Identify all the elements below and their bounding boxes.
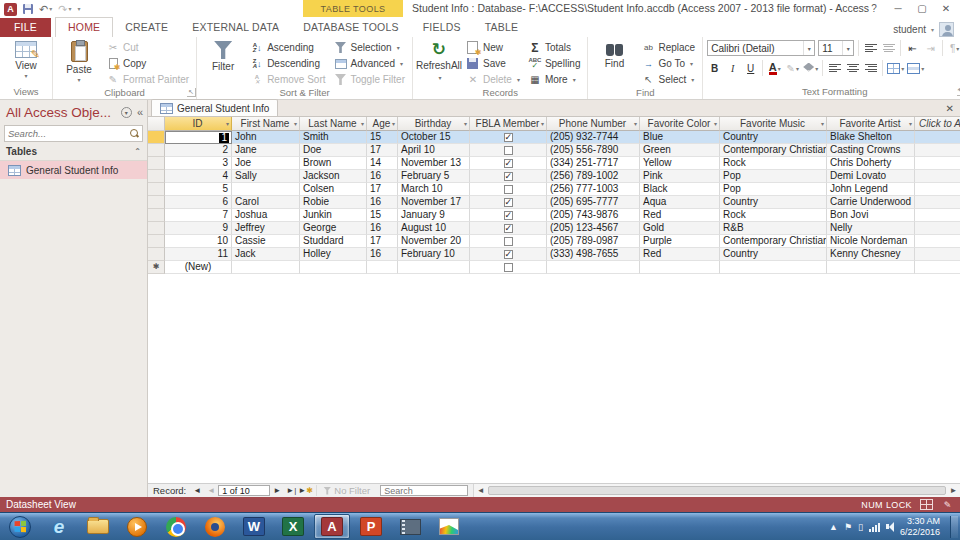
font-name-combo[interactable]: Calibri (Detail)▾ (707, 40, 815, 56)
cell-last[interactable]: Holley (300, 248, 367, 261)
cell-color[interactable]: Black (640, 183, 720, 196)
cut-button[interactable]: ✂Cut (103, 40, 192, 55)
cell-add-column[interactable] (915, 131, 960, 144)
column-header-age[interactable]: Age▾ (367, 117, 398, 131)
copy-button[interactable]: Copy (103, 56, 192, 71)
cell-id[interactable]: 9 (165, 222, 232, 235)
column-header-favorite-music[interactable]: Favorite Music▾ (720, 117, 827, 131)
cell-add-column[interactable] (915, 248, 960, 261)
fbla-checkbox[interactable] (504, 263, 513, 272)
new-cell-age[interactable] (367, 261, 398, 274)
cell-artist[interactable]: Blake Shelton (827, 131, 915, 144)
restore-icon[interactable]: ▢ (910, 0, 934, 17)
cell-age[interactable]: 16 (367, 196, 398, 209)
file-explorer-taskbar-icon[interactable] (80, 514, 116, 539)
new-cell-fbla[interactable] (470, 261, 547, 274)
cell-fbla-member[interactable] (470, 248, 547, 261)
cell-artist[interactable]: Bon Jovi (827, 209, 915, 222)
cell-age[interactable]: 17 (367, 144, 398, 157)
cell-phone[interactable]: (205) 556-7890 (547, 144, 640, 157)
cell-last[interactable]: Studdard (300, 235, 367, 248)
row-selector[interactable] (148, 248, 165, 261)
close-icon[interactable]: ✕ (934, 0, 958, 17)
firefox-taskbar-icon[interactable] (197, 514, 233, 539)
cell-birthday[interactable]: February 5 (398, 170, 470, 183)
font-size-combo[interactable]: 11▾ (818, 40, 854, 56)
volume-icon[interactable] (886, 522, 894, 532)
record-position-box[interactable] (218, 485, 270, 496)
cell-first[interactable]: Jack (232, 248, 300, 261)
cell-color[interactable]: Pink (640, 170, 720, 183)
scroll-left-icon[interactable]: ◄ (474, 486, 487, 495)
align-left-button[interactable] (827, 61, 842, 76)
cell-birthday[interactable]: November 13 (398, 157, 470, 170)
nav-item-general-student-info[interactable]: General Student Info (0, 161, 147, 179)
cell-add-column[interactable] (915, 144, 960, 157)
cell-music[interactable]: Rock (720, 209, 827, 222)
toggle-filter-button[interactable]: Toggle Filter (331, 72, 408, 87)
view-button[interactable]: View▾ (4, 39, 48, 82)
find-button[interactable]: Find (592, 39, 636, 69)
highlight-button[interactable]: ✎▾ (785, 61, 800, 76)
advanced-button[interactable]: Advanced▾ (331, 56, 408, 71)
align-center-button[interactable] (845, 61, 860, 76)
cell-first[interactable]: Joshua (232, 209, 300, 222)
cell-fbla-member[interactable] (470, 222, 547, 235)
row-selector[interactable] (148, 222, 165, 235)
row-selector[interactable] (148, 183, 165, 196)
cell-artist[interactable]: Carrie Underwood (827, 196, 915, 209)
new-cell-add-column[interactable] (915, 261, 960, 274)
cell-first[interactable]: Carol (232, 196, 300, 209)
previous-record-icon[interactable]: ◄ (204, 486, 218, 495)
selection-button[interactable]: Selection▾ (331, 40, 408, 55)
cell-birthday[interactable]: August 10 (398, 222, 470, 235)
cell-age[interactable]: 15 (367, 131, 398, 144)
cell-phone[interactable]: (205) 932-7744 (547, 131, 640, 144)
tab-home[interactable]: HOME (55, 17, 113, 37)
cell-phone[interactable]: (334) 251-7717 (547, 157, 640, 170)
new-cell-music[interactable] (720, 261, 827, 274)
cell-phone[interactable]: (256) 777-1003 (547, 183, 640, 196)
powerpoint-taskbar-icon[interactable]: P (353, 514, 389, 539)
qat-customize-icon[interactable]: ▾ (77, 4, 80, 15)
cell-artist[interactable]: Casting Crowns (827, 144, 915, 157)
cell-age[interactable]: 17 (367, 183, 398, 196)
cell-fbla-member[interactable] (470, 196, 547, 209)
new-cell-birthday[interactable] (398, 261, 470, 274)
access-taskbar-icon[interactable]: A (314, 514, 350, 539)
select-all-cell[interactable] (148, 117, 165, 131)
cell-id[interactable]: 4 (165, 170, 232, 183)
cell-age[interactable]: 15 (367, 209, 398, 222)
cell-last[interactable]: Brown (300, 157, 367, 170)
film-taskbar-icon[interactable] (392, 514, 428, 539)
column-dropdown-icon[interactable]: ▾ (714, 118, 717, 130)
cell-fbla-member[interactable] (470, 157, 547, 170)
cell-add-column[interactable] (915, 170, 960, 183)
cell-age[interactable]: 14 (367, 157, 398, 170)
scrollbar-thumb[interactable] (488, 486, 946, 495)
fbla-checkbox[interactable] (504, 224, 513, 233)
collapse-ribbon-icon[interactable]: ⌃ (956, 87, 960, 97)
nav-pane-menu-icon[interactable]: ▾ (121, 107, 132, 118)
align-right-button[interactable] (863, 61, 878, 76)
cell-id[interactable]: 11 (165, 248, 232, 261)
remove-sort-button[interactable]: A✕Remove Sort (247, 72, 328, 87)
row-selector[interactable] (148, 196, 165, 209)
close-document-icon[interactable]: ✕ (946, 103, 954, 114)
refresh-all-button[interactable]: ↻ RefreshAll ▾ (417, 39, 461, 84)
start-taskbar-icon[interactable] (2, 514, 38, 539)
design-view-toggle-icon[interactable]: ✎ (941, 499, 954, 510)
cell-age[interactable]: 16 (367, 248, 398, 261)
paste-button[interactable]: Paste▾ (57, 39, 101, 86)
minimize-icon[interactable]: ─ (886, 0, 910, 17)
cell-last[interactable]: Junkin (300, 209, 367, 222)
cell-first[interactable] (232, 183, 300, 196)
cell-phone[interactable]: (205) 123-4567 (547, 222, 640, 235)
column-dropdown-icon[interactable]: ▾ (361, 118, 364, 130)
horizontal-scrollbar[interactable]: ◄ ► (473, 484, 960, 497)
cell-fbla-member[interactable] (470, 144, 547, 157)
tab-database-tools[interactable]: DATABASE TOOLS (291, 18, 410, 37)
no-filter-button[interactable]: No Filter (316, 485, 376, 496)
cell-music[interactable]: Country (720, 131, 827, 144)
font-name-dropdown-icon[interactable]: ▾ (803, 41, 814, 55)
